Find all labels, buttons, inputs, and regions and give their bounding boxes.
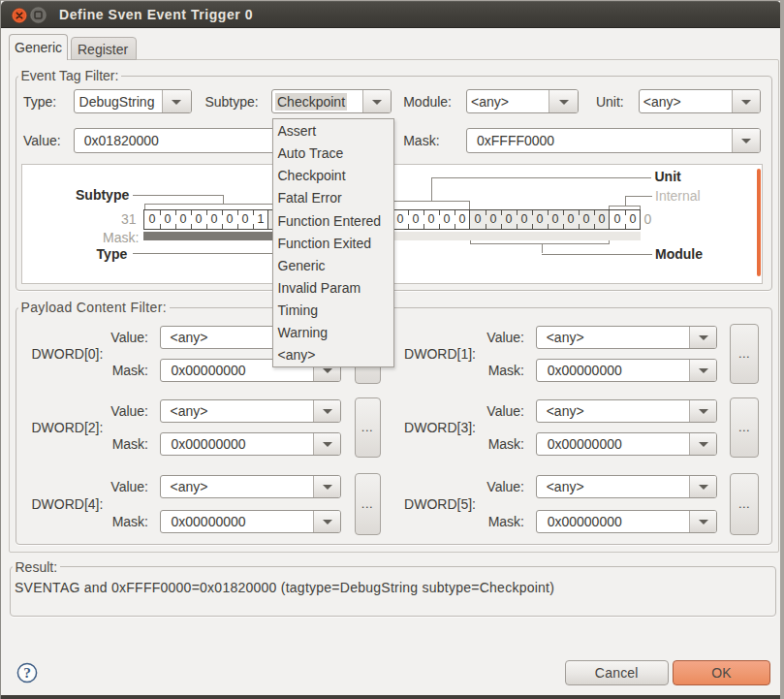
svg-text:?: ? (23, 664, 31, 681)
